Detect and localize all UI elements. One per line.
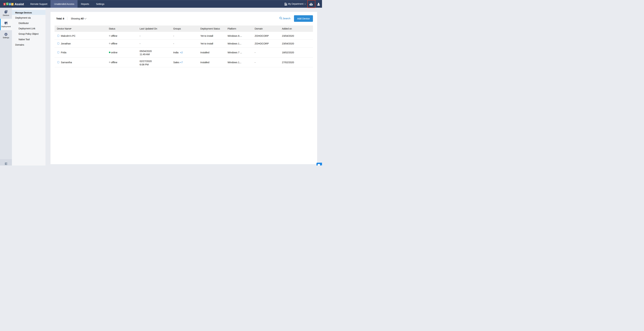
svg-text:O: O [12,3,13,6]
svg-text:H: H [9,3,11,6]
